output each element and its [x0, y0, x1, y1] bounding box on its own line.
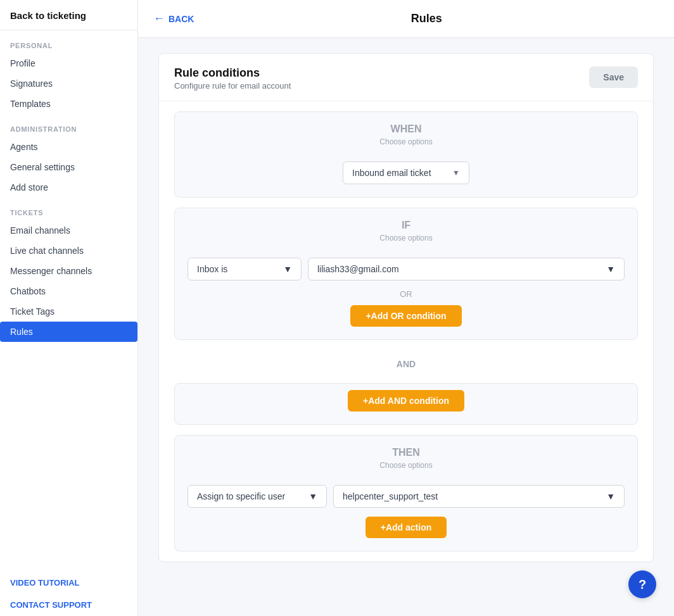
rule-card-subtitle: Configure rule for email account	[174, 81, 291, 91]
sidebar-item-email-channels[interactable]: Email channels	[0, 220, 137, 241]
then-section: THEN Choose options Assign to specific u…	[174, 435, 638, 551]
condition-type-dropdown[interactable]: Inbox is ▼	[188, 258, 302, 280]
page-title: Rules	[194, 12, 659, 25]
if-section: IF Choose options Inbox is ▼ liliash33@g…	[174, 208, 638, 340]
if-inner: Inbox is ▼ liliash33@gmail.com ▼ OR +Add…	[175, 251, 637, 339]
when-select-row: Inbound email ticket ▼	[188, 161, 625, 184]
sidebar-item-general-settings[interactable]: General settings	[0, 157, 137, 177]
rule-card-header: Rule conditions Configure rule for email…	[159, 54, 653, 101]
rule-card: Rule conditions Configure rule for email…	[158, 53, 654, 562]
and-section: +Add AND condition	[174, 383, 638, 425]
add-or-condition-button[interactable]: +Add OR condition	[350, 305, 461, 327]
main-content: ← BACK Rules Rule conditions Configure r…	[138, 0, 674, 616]
when-chevron-icon: ▼	[452, 168, 460, 177]
video-tutorial-link[interactable]: VIDEO TUTORIAL	[0, 572, 137, 594]
back-arrow-icon: ←	[153, 12, 165, 25]
back-button[interactable]: ← BACK	[153, 12, 194, 25]
add-and-condition-button[interactable]: +Add AND condition	[348, 390, 464, 412]
then-value-chevron-icon: ▼	[606, 491, 615, 501]
then-sublabel: Choose options	[175, 461, 637, 479]
then-label: THEN	[175, 436, 637, 461]
then-action-chevron-icon: ▼	[308, 491, 317, 501]
then-action-label: Assign to specific user	[197, 491, 285, 501]
condition-type-chevron-icon: ▼	[283, 264, 292, 274]
rule-card-title: Rule conditions	[174, 66, 291, 80]
sidebar-item-signatures[interactable]: Signatures	[0, 73, 137, 94]
rule-card-info: Rule conditions Configure rule for email…	[174, 66, 291, 91]
topbar: ← BACK Rules	[138, 0, 674, 38]
sidebar-item-chatbots[interactable]: Chatbots	[0, 281, 137, 301]
help-button[interactable]: ?	[628, 570, 656, 598]
then-value-dropdown[interactable]: helpcenter_support_test ▼	[333, 485, 625, 508]
rules-content: Rule conditions Configure rule for email…	[138, 38, 674, 577]
sidebar-item-agents[interactable]: Agents	[0, 137, 137, 157]
add-action-button[interactable]: +Add action	[366, 517, 447, 538]
sidebar: Back to ticketing PERSONAL Profile Signa…	[0, 0, 138, 616]
or-label: OR	[188, 289, 625, 299]
then-action-dropdown[interactable]: Assign to specific user ▼	[188, 485, 327, 508]
when-label: WHEN	[175, 112, 637, 137]
then-value-label: helpcenter_support_test	[343, 491, 438, 501]
sidebar-item-live-chat-channels[interactable]: Live chat channels	[0, 241, 137, 261]
sidebar-item-ticket-tags[interactable]: Ticket Tags	[0, 301, 137, 322]
when-sublabel: Choose options	[175, 137, 637, 155]
condition-value-dropdown[interactable]: liliash33@gmail.com ▼	[308, 258, 625, 280]
sidebar-item-templates[interactable]: Templates	[0, 94, 137, 114]
back-to-ticketing[interactable]: Back to ticketing	[0, 0, 137, 30]
then-row: Assign to specific user ▼ helpcenter_sup…	[188, 485, 625, 508]
when-section: WHEN Choose options Inbound email ticket…	[174, 111, 638, 198]
personal-section-label: PERSONAL	[0, 30, 137, 53]
sidebar-item-rules[interactable]: Rules	[0, 322, 137, 342]
when-block: Inbound email ticket ▼	[175, 155, 637, 197]
contact-support-link[interactable]: CONTACT SUPPORT	[0, 594, 137, 616]
if-sublabel: Choose options	[175, 234, 637, 251]
condition-value-chevron-icon: ▼	[606, 264, 615, 274]
sidebar-item-messenger-channels[interactable]: Messenger channels	[0, 261, 137, 281]
if-label: IF	[175, 208, 637, 234]
save-button[interactable]: Save	[589, 66, 638, 88]
condition-value-label: liliash33@gmail.com	[317, 264, 399, 274]
when-dropdown-value: Inbound email ticket	[352, 168, 431, 178]
admin-section-label: ADMINISTRATION	[0, 114, 137, 137]
condition-type-label: Inbox is	[197, 264, 227, 274]
when-dropdown[interactable]: Inbound email ticket ▼	[343, 161, 469, 184]
sidebar-item-profile[interactable]: Profile	[0, 53, 137, 73]
condition-row: Inbox is ▼ liliash33@gmail.com ▼	[188, 258, 625, 280]
then-block: Assign to specific user ▼ helpcenter_sup…	[175, 479, 637, 551]
tickets-section-label: TICKETS	[0, 198, 137, 220]
back-button-label: BACK	[168, 14, 194, 24]
sidebar-item-add-store[interactable]: Add store	[0, 177, 137, 198]
and-separator: AND	[159, 350, 653, 373]
and-inner: +Add AND condition	[175, 384, 637, 424]
